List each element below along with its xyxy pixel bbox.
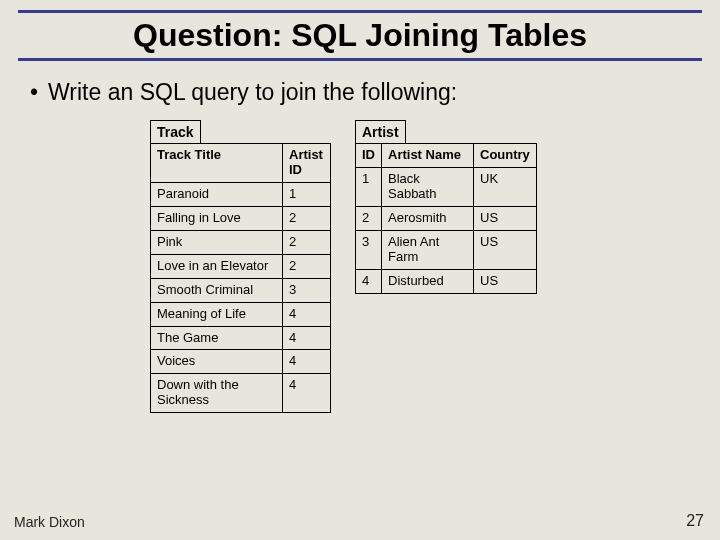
rule-bottom — [18, 58, 702, 61]
cell: Love in an Elevator — [151, 254, 283, 278]
cell: Disturbed — [382, 269, 474, 293]
cell: 1 — [283, 182, 331, 206]
rule-top — [18, 10, 702, 13]
table-row: 1Black SabbathUK — [356, 167, 537, 206]
track-header-row: Track Title Artist ID — [151, 144, 331, 183]
cell: 4 — [356, 269, 382, 293]
table-row: Voices4 — [151, 350, 331, 374]
cell: 3 — [356, 230, 382, 269]
footer-author: Mark Dixon — [14, 514, 85, 530]
cell: US — [474, 269, 537, 293]
artist-header-country: Country — [474, 144, 537, 168]
bullet-line: •Write an SQL query to join the followin… — [30, 79, 702, 106]
cell: 3 — [283, 278, 331, 302]
tables-container: Track Track Title Artist ID Paranoid1 Fa… — [150, 120, 720, 413]
cell: US — [474, 230, 537, 269]
artist-caption: Artist — [355, 120, 406, 143]
artist-header-name: Artist Name — [382, 144, 474, 168]
artist-table: ID Artist Name Country 1Black SabbathUK … — [355, 143, 537, 294]
track-table: Track Title Artist ID Paranoid1 Falling … — [150, 143, 331, 413]
cell: Smooth Criminal — [151, 278, 283, 302]
track-block: Track Track Title Artist ID Paranoid1 Fa… — [150, 120, 331, 413]
track-caption: Track — [150, 120, 201, 143]
cell: US — [474, 206, 537, 230]
cell: Meaning of Life — [151, 302, 283, 326]
cell: 4 — [283, 326, 331, 350]
cell: 2 — [356, 206, 382, 230]
cell: Down with the Sickness — [151, 374, 283, 413]
table-row: Paranoid1 — [151, 182, 331, 206]
cell: Pink — [151, 230, 283, 254]
table-row: Pink2 — [151, 230, 331, 254]
footer-page-number: 27 — [686, 512, 704, 530]
bullet-icon: • — [30, 79, 38, 105]
table-row: Down with the Sickness4 — [151, 374, 331, 413]
cell: Voices — [151, 350, 283, 374]
table-row: 3Alien Ant FarmUS — [356, 230, 537, 269]
page-title: Question: SQL Joining Tables — [18, 17, 702, 54]
artist-header-id: ID — [356, 144, 382, 168]
cell: Black Sabbath — [382, 167, 474, 206]
cell: 4 — [283, 302, 331, 326]
cell: Aerosmith — [382, 206, 474, 230]
table-row: Smooth Criminal3 — [151, 278, 331, 302]
cell: 2 — [283, 254, 331, 278]
artist-header-row: ID Artist Name Country — [356, 144, 537, 168]
table-row: Falling in Love2 — [151, 206, 331, 230]
table-row: The Game4 — [151, 326, 331, 350]
cell: 4 — [283, 350, 331, 374]
table-row: 4DisturbedUS — [356, 269, 537, 293]
table-row: Meaning of Life4 — [151, 302, 331, 326]
track-header-title: Track Title — [151, 144, 283, 183]
cell: 1 — [356, 167, 382, 206]
table-row: 2AerosmithUS — [356, 206, 537, 230]
cell: The Game — [151, 326, 283, 350]
cell: UK — [474, 167, 537, 206]
artist-block: Artist ID Artist Name Country 1Black Sab… — [355, 120, 537, 294]
track-header-artistid: Artist ID — [283, 144, 331, 183]
cell: 2 — [283, 230, 331, 254]
cell: 2 — [283, 206, 331, 230]
cell: Alien Ant Farm — [382, 230, 474, 269]
table-row: Love in an Elevator2 — [151, 254, 331, 278]
cell: Paranoid — [151, 182, 283, 206]
bullet-text: Write an SQL query to join the following… — [48, 79, 457, 105]
cell: Falling in Love — [151, 206, 283, 230]
cell: 4 — [283, 374, 331, 413]
